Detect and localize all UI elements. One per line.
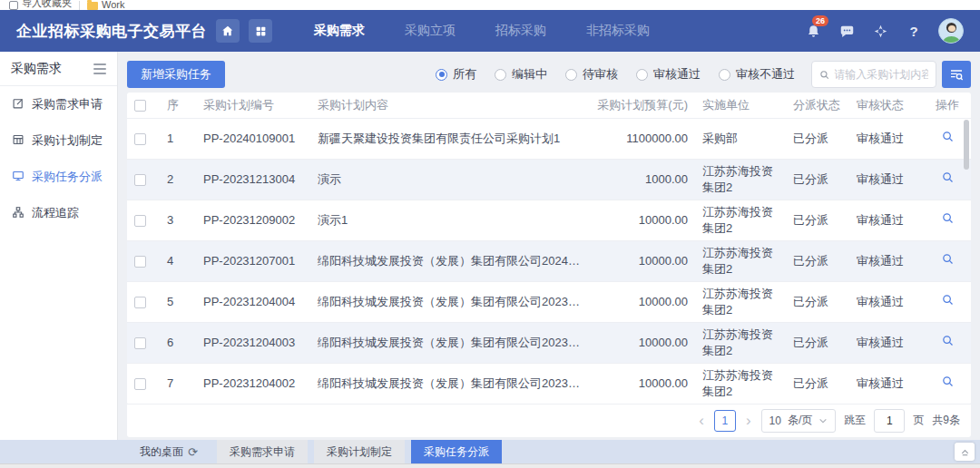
main-content: 新增采购任务 所有编辑中待审核审核通过审核不通过 序采购计划编号采购计划内容采购… — [118, 52, 980, 440]
table-row: 4PP-20231207001绵阳科技城发展投资（发展）集团有限公司2024年度… — [127, 240, 971, 281]
filter-radio-1[interactable]: 编辑中 — [495, 66, 547, 83]
operation-cell — [924, 200, 971, 240]
radio-icon — [719, 69, 730, 81]
view-detail-button[interactable] — [941, 293, 955, 307]
budget-cell: 10000.00 — [588, 200, 695, 240]
operation-cell — [924, 281, 971, 322]
footer-tab-label: 采购需求申请 — [230, 444, 295, 460]
row-checkbox[interactable] — [134, 297, 146, 308]
row-select-cell — [127, 159, 160, 200]
table-row: 5PP-20231204004绵阳科技城发展投资（发展）集团有限公司2023年度… — [127, 281, 971, 322]
search-input[interactable] — [834, 68, 928, 81]
nav-non-bidding-procurement[interactable]: 非招标采购 — [586, 23, 650, 39]
home-button[interactable] — [216, 19, 240, 43]
sidebar-item-process-track[interactable]: 流程追踪 — [0, 195, 117, 231]
bookmark-folder-label: Work — [102, 0, 124, 10]
select-all-header — [127, 93, 160, 118]
tab-plan-make[interactable]: 采购计划制定 — [314, 440, 405, 463]
footer-tab-bar: 我的桌面⟳采购需求申请采购计划制定采购任务分派 — [0, 440, 980, 463]
sidebar-collapse-button[interactable] — [93, 63, 106, 74]
view-detail-button[interactable] — [941, 171, 955, 184]
toolbar: 新增采购任务 所有编辑中待审核审核通过审核不通过 — [127, 61, 971, 88]
jump-page-input[interactable] — [874, 409, 905, 433]
tab-demand-apply[interactable]: 采购需求申请 — [217, 440, 308, 463]
sidebar-item-plan-make[interactable]: 采购计划制定 — [0, 122, 117, 159]
filter-radio-0[interactable]: 所有 — [436, 66, 476, 83]
col-header-3: 采购计划预算(元) — [588, 93, 695, 118]
dispatch-status-cell: 已分派 — [786, 322, 849, 363]
prev-page-button[interactable]: ‹ — [697, 413, 706, 428]
audit-status-cell: 审核通过 — [849, 363, 924, 404]
form-icon — [12, 97, 24, 112]
row-checkbox[interactable] — [134, 337, 146, 349]
sidebar-item-demand-apply[interactable]: 采购需求申请 — [0, 86, 117, 122]
filter-label: 所有 — [453, 66, 476, 83]
nav-procurement-project[interactable]: 采购立项 — [405, 23, 456, 39]
chevron-down-icon — [818, 416, 828, 425]
table-row: 2PP-20231213004演示1000.00江苏苏海投资集团2已分派审核通过 — [127, 159, 971, 200]
select-all-checkbox[interactable] — [134, 100, 146, 112]
view-detail-button[interactable] — [941, 375, 955, 388]
page-size-select[interactable]: 10 条/页 — [761, 409, 837, 433]
row-checkbox[interactable] — [134, 256, 146, 268]
bookmark-folder-work[interactable]: Work — [87, 0, 124, 10]
sidebar-item-task-dispatch[interactable]: 采购任务分派 — [0, 159, 117, 195]
messages-button[interactable] — [838, 22, 856, 40]
flow-icon — [12, 206, 24, 221]
bookmark-import[interactable]: 导入收藏夹 — [9, 0, 72, 10]
radio-icon — [495, 69, 506, 81]
user-avatar[interactable] — [938, 18, 964, 44]
plan-content-cell: 演示1 — [310, 200, 588, 240]
col-header-1: 采购计划编号 — [196, 93, 310, 118]
apps-grid-button[interactable] — [249, 19, 272, 43]
page-number-button[interactable]: 1 — [714, 410, 736, 432]
view-detail-button[interactable] — [941, 252, 955, 266]
operation-cell — [924, 363, 971, 404]
filter-radio-4[interactable]: 审核不通过 — [719, 66, 795, 83]
dispatch-status-cell: 已分派 — [786, 159, 849, 200]
status-filter-group: 所有编辑中待审核审核通过审核不通过 — [436, 66, 795, 83]
search-icon — [819, 69, 829, 81]
filter-radio-3[interactable]: 审核通过 — [636, 66, 701, 83]
budget-cell: 10000.00 — [588, 240, 695, 281]
expand-tabs-button[interactable] — [955, 443, 975, 461]
row-checkbox[interactable] — [134, 174, 146, 186]
search-box — [811, 61, 936, 88]
sidebar: 采购需求 采购需求申请采购计划制定采购任务分派流程追踪 — [0, 52, 118, 440]
row-checkbox[interactable] — [134, 133, 146, 145]
row-checkbox[interactable] — [134, 378, 146, 390]
app-header: 企业招标采购电子交易平台 采购需求采购立项招标采购非招标采购 26 ? — [0, 10, 980, 52]
table-scrollbar[interactable] — [964, 120, 969, 170]
tab-my-desktop[interactable]: 我的桌面⟳ — [127, 440, 211, 463]
audit-status-cell: 审核通过 — [849, 118, 924, 159]
plan-code-cell: PP-20231209002 — [196, 200, 310, 240]
next-page-button[interactable]: › — [744, 413, 753, 428]
row-select-cell — [127, 363, 160, 404]
row-checkbox[interactable] — [134, 215, 146, 227]
nav-procurement-demand[interactable]: 采购需求 — [314, 23, 365, 39]
col-header-2: 采购计划内容 — [310, 93, 588, 118]
seq-cell: 6 — [160, 322, 196, 363]
view-detail-button[interactable] — [941, 130, 955, 143]
bookmark-import-label: 导入收藏夹 — [22, 0, 72, 10]
plan-code-cell: PP-20240109001 — [196, 118, 310, 159]
navigation-button[interactable] — [871, 22, 889, 40]
add-task-button[interactable]: 新增采购任务 — [127, 61, 225, 88]
view-detail-button[interactable] — [941, 211, 955, 225]
notifications-button[interactable]: 26 — [804, 22, 822, 40]
view-detail-button[interactable] — [941, 334, 955, 347]
unit-cell: 采购部 — [695, 118, 786, 159]
nav-bidding-procurement[interactable]: 招标采购 — [495, 23, 546, 39]
help-button[interactable]: ? — [905, 22, 923, 40]
tab-task-dispatch[interactable]: 采购任务分派 — [411, 440, 502, 463]
advanced-search-button[interactable] — [942, 61, 971, 88]
plan-code-cell: PP-20231204004 — [196, 281, 310, 322]
operation-cell — [924, 322, 971, 363]
filter-radio-2[interactable]: 待审核 — [565, 66, 618, 83]
col-header-6: 审核状态 — [849, 93, 924, 118]
dispatch-status-cell: 已分派 — [786, 200, 849, 240]
refresh-icon[interactable]: ⟳ — [188, 446, 198, 458]
footer-tab-label: 我的桌面 — [140, 444, 183, 460]
unit-cell: 江苏苏海投资集团2 — [695, 240, 786, 281]
row-select-cell — [127, 200, 160, 240]
